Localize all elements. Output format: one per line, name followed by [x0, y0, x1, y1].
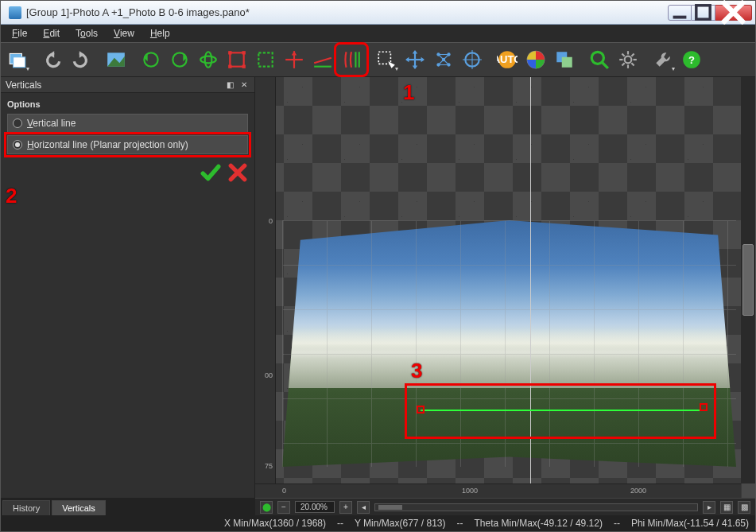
svg-marker-30: [388, 61, 395, 68]
radio-vertical-line[interactable]: Vertical line: [7, 114, 248, 133]
svg-marker-24: [292, 51, 297, 55]
rotate-cw-button[interactable]: [166, 46, 193, 73]
radio-icon: [13, 140, 22, 150]
scrollbar-thumb[interactable]: [378, 505, 402, 510]
line-handle-left[interactable]: [417, 406, 425, 414]
menu-view[interactable]: View: [107, 26, 141, 41]
svg-point-15: [205, 52, 212, 68]
annotation-3: 3: [411, 359, 422, 383]
menu-tools[interactable]: Tools: [69, 26, 104, 41]
radio-horizontal-line[interactable]: Horizontal line (Planar projection only): [7, 135, 248, 154]
svg-line-61: [622, 53, 624, 56]
svg-rect-21: [258, 52, 272, 66]
center-tool-button[interactable]: [281, 46, 308, 73]
menubar: File Edit Tools View Help: [1, 25, 755, 42]
grid-toggle-b[interactable]: ▩: [738, 501, 750, 514]
crop-button[interactable]: [223, 46, 250, 73]
app-window: [Group 1]-Photo A +1_Photo B 0-6 images.…: [0, 0, 756, 532]
wrench-button[interactable]: [649, 46, 677, 73]
marquee-select-button[interactable]: [373, 46, 400, 73]
app-icon: [9, 6, 21, 19]
grid-toggle-a[interactable]: ▦: [720, 501, 733, 514]
window-title: [Group 1]-Photo A +1_Photo B 0-6 images.…: [26, 6, 668, 18]
preview-button[interactable]: [103, 46, 130, 73]
vertical-scrollbar[interactable]: [741, 77, 755, 483]
panel-header[interactable]: Verticals ◧ ✕: [1, 77, 254, 93]
ruler-vertical: 0 00 75: [255, 77, 276, 483]
status-y: Y Min/Max(677 / 813): [355, 518, 446, 529]
status-phi: Phi Min/Max(-11.54 / 41.65): [631, 518, 749, 529]
maximize-button[interactable]: [692, 5, 715, 21]
scroll-left-button[interactable]: ◂: [357, 501, 370, 514]
panel-pin-button[interactable]: ◧: [224, 80, 235, 91]
svg-marker-35: [405, 57, 409, 63]
target-button[interactable]: [459, 46, 486, 73]
menu-edit[interactable]: Edit: [37, 26, 66, 41]
svg-rect-1: [696, 6, 710, 19]
canvas[interactable]: 1 3 0 00 75 0 1000 2000: [255, 77, 755, 498]
settings-button[interactable]: [614, 46, 642, 73]
statusbar: X Min/Max(1360 / 1968) -- Y Min/Max(677 …: [1, 515, 755, 531]
cancel-button[interactable]: [227, 162, 248, 185]
panel-close-button[interactable]: ✕: [238, 80, 250, 91]
rotate-ccw-button[interactable]: [138, 46, 165, 73]
ruler-horizontal: 0 1000 2000: [255, 483, 741, 498]
svg-point-14: [200, 56, 216, 64]
zoom-value[interactable]: 20.00%: [295, 501, 335, 513]
line-handle-right[interactable]: [700, 403, 708, 411]
svg-point-54: [591, 52, 603, 64]
find-button[interactable]: [586, 46, 613, 73]
redo-button[interactable]: [68, 46, 95, 73]
auto-button[interactable]: AUTO: [494, 46, 521, 73]
toolbar: AUTO ?: [1, 42, 755, 77]
level-tool-button[interactable]: [309, 46, 336, 73]
svg-rect-19: [228, 65, 231, 68]
side-panel: Verticals ◧ ✕ Options Vertical line Hori…: [1, 77, 255, 515]
close-button[interactable]: [715, 5, 752, 21]
rotate-3d-button[interactable]: [195, 46, 222, 73]
menu-help[interactable]: Help: [144, 26, 176, 41]
horizontal-scrollbar[interactable]: [374, 503, 698, 511]
svg-rect-20: [242, 65, 246, 68]
svg-rect-5: [14, 57, 25, 68]
svg-marker-34: [413, 66, 418, 69]
svg-rect-17: [228, 51, 231, 54]
radio-horizontal-label: Horizontal line (Planar projection only): [27, 139, 188, 150]
crop-inner-button[interactable]: [252, 46, 279, 73]
new-project-button[interactable]: [4, 46, 31, 73]
zoom-fit-button[interactable]: ⬤: [260, 501, 273, 514]
move-tool-button[interactable]: [401, 46, 428, 73]
svg-line-55: [602, 62, 608, 68]
status-x: X Min/Max(1360 / 1968): [224, 518, 326, 529]
svg-line-63: [631, 53, 634, 56]
svg-marker-33: [413, 50, 418, 53]
mesh-button[interactable]: [430, 46, 457, 73]
radio-icon: [13, 118, 22, 128]
radio-vertical-label: Vertical line: [27, 118, 76, 129]
menu-file[interactable]: File: [6, 26, 33, 41]
annotation-2: 2: [6, 184, 17, 208]
zoom-in-button[interactable]: +: [339, 501, 352, 514]
svg-text:AUTO: AUTO: [497, 53, 518, 65]
tab-verticals[interactable]: Verticals: [52, 500, 106, 515]
verticals-tool-button[interactable]: [338, 46, 365, 73]
svg-line-64: [622, 63, 624, 65]
help-button[interactable]: ?: [678, 46, 705, 73]
apply-button[interactable]: [200, 162, 221, 185]
tab-history[interactable]: History: [2, 500, 50, 515]
options-label: Options: [7, 99, 248, 109]
annotation-1: 1: [403, 80, 414, 105]
svg-line-62: [631, 63, 634, 65]
scrollbar-thumb[interactable]: [742, 244, 754, 316]
side-tabs: History Verticals: [1, 498, 254, 515]
view-bar: ⬤ − 20.00% + ◂ ▸ ▦ ▩: [255, 498, 755, 515]
titlebar[interactable]: [Group 1]-Photo A +1_Photo B 0-6 images.…: [1, 1, 755, 25]
horizontal-line-marker[interactable]: [421, 410, 704, 411]
layers-button[interactable]: [551, 46, 578, 73]
color-wheel-button[interactable]: [522, 46, 549, 73]
undo-button[interactable]: [39, 46, 66, 73]
selection-box[interactable]: [405, 383, 716, 439]
minimize-button[interactable]: [668, 5, 692, 21]
zoom-out-button[interactable]: −: [277, 501, 290, 514]
scroll-right-button[interactable]: ▸: [703, 501, 715, 514]
